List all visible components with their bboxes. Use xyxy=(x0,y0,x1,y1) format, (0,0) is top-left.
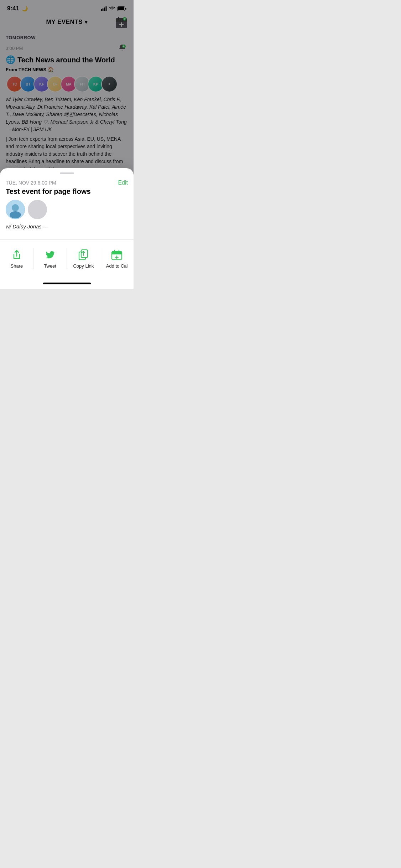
svg-rect-10 xyxy=(116,20,127,22)
svg-rect-2 xyxy=(104,7,105,11)
copy-link-label: Copy Link xyxy=(73,263,94,269)
event-title-text: Tech News around the World xyxy=(17,56,115,64)
calendar-add-button[interactable] xyxy=(115,16,128,30)
add-to-cal-label: Add to Cal xyxy=(106,263,128,269)
bell-icon xyxy=(118,44,126,52)
notification-bell xyxy=(116,42,128,54)
share-label: Share xyxy=(11,263,23,269)
sheet-date-row: TUE, NOV 29 6:00 PM Edit xyxy=(6,180,128,186)
time-label: 9:41 xyxy=(7,5,19,12)
speakers-avatars: TC BT KF CF MA FH KP + xyxy=(6,76,128,92)
svg-rect-6 xyxy=(125,8,126,10)
svg-point-20 xyxy=(12,204,19,211)
svg-rect-7 xyxy=(118,7,124,10)
sheet-with-text: w/ Daisy Jonas — xyxy=(6,223,128,229)
sheet-datetime: TUE, NOV 29 6:00 PM xyxy=(6,180,56,186)
svg-rect-0 xyxy=(101,9,102,11)
globe-icon: 🌐 xyxy=(6,55,15,64)
event-title: 🌐 Tech News around the World xyxy=(6,55,128,64)
action-row: Share Tweet xyxy=(0,239,134,277)
moon-icon: 🌙 xyxy=(22,6,28,11)
sheet-avatar-placeholder xyxy=(28,200,47,219)
sheet-event-title-text: Test event for page flows xyxy=(6,187,91,195)
svg-rect-24 xyxy=(81,250,88,258)
sheet-content: TUE, NOV 29 6:00 PM Edit Test event for … xyxy=(0,180,134,229)
section-tomorrow: TOMORROW xyxy=(0,31,134,42)
with-text: w/ Daisy Jonas — xyxy=(6,223,48,229)
add-to-cal-button[interactable]: Add to Cal xyxy=(100,246,134,272)
twitter-icon xyxy=(44,248,57,261)
page-wrapper: 9:41 🌙 xyxy=(0,0,134,289)
svg-rect-1 xyxy=(103,9,104,11)
edit-button[interactable]: Edit xyxy=(118,180,128,186)
bottom-sheet: TUE, NOV 29 6:00 PM Edit Test event for … xyxy=(0,168,134,289)
avatar-more: + xyxy=(101,76,118,92)
share-button[interactable]: Share xyxy=(0,246,33,272)
signal-icon xyxy=(101,6,107,11)
home-indicator xyxy=(0,277,134,289)
source-text: From TECH NEWS xyxy=(6,67,46,72)
app-header: MY EVENTS ▾ xyxy=(0,15,134,31)
add-to-cal-icon xyxy=(110,248,123,261)
share-icon xyxy=(10,248,23,261)
svg-point-4 xyxy=(112,10,113,10)
chevron-down-icon: ▾ xyxy=(85,19,88,25)
event-description: w/ Tyler Crowley, Ben Tristem, Ken Frank… xyxy=(6,96,128,173)
calendar-add-icon xyxy=(115,16,128,29)
event-source: From TECH NEWS 🏠 xyxy=(6,67,128,72)
status-icons xyxy=(101,6,126,11)
copy-link-button[interactable]: Copy Link xyxy=(67,246,100,272)
tweet-button[interactable]: Tweet xyxy=(33,246,67,272)
wifi-icon xyxy=(109,6,115,11)
svg-rect-27 xyxy=(112,253,122,254)
status-bar: 9:41 🌙 xyxy=(0,0,134,15)
copy-link-icon xyxy=(77,248,90,261)
home-bar xyxy=(43,283,91,284)
header-title-text: MY EVENTS xyxy=(46,19,83,26)
svg-rect-3 xyxy=(106,6,107,11)
tweet-label: Tweet xyxy=(44,263,56,269)
sheet-handle xyxy=(60,172,74,174)
svg-point-21 xyxy=(10,211,21,218)
battery-icon xyxy=(117,6,126,11)
tomorrow-label: TOMORROW xyxy=(6,35,36,40)
status-time: 9:41 🌙 xyxy=(7,5,28,12)
event-time-row: 3:00 PM xyxy=(6,42,128,54)
daisy-avatar-image xyxy=(6,200,25,219)
header-title: MY EVENTS ▾ xyxy=(46,19,88,26)
house-icon: 🏠 xyxy=(48,67,54,72)
sheet-event-title: Test event for page flows xyxy=(6,187,128,196)
sheet-avatar-daisy xyxy=(6,200,25,219)
sheet-avatars-row xyxy=(6,200,128,219)
event-time-text: 3:00 PM xyxy=(6,46,23,51)
event-card-tech-news[interactable]: 3:00 PM 🌐 Tech News around the World xyxy=(0,42,134,177)
